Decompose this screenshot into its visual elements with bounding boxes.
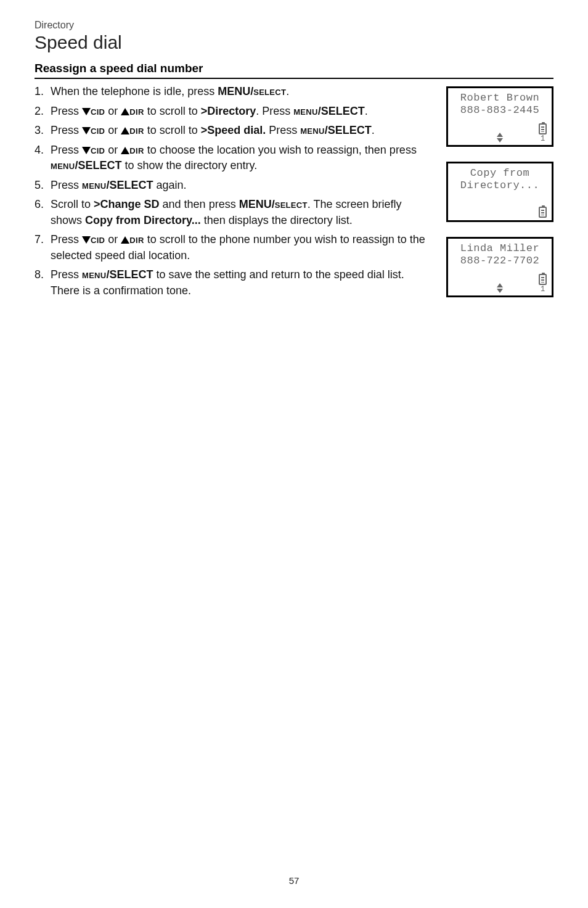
step-3-dot: .	[372, 124, 375, 136]
lcd3-line2: 888-722-7702	[453, 255, 547, 267]
step-3-or: or	[105, 124, 121, 136]
step-6-select: SELECT	[275, 198, 308, 210]
mini-down-icon	[497, 289, 503, 293]
step-3-dir: DIR	[129, 124, 144, 136]
step-6: Scroll to >Change SD and then press MENU…	[35, 197, 435, 228]
battery-icon	[539, 274, 547, 285]
step-5-menu: MENU	[82, 179, 106, 191]
step-6-copy: Copy from Directory...	[85, 214, 201, 226]
lcd3-line1: Linda Miller	[453, 242, 547, 255]
step-7-dir: DIR	[129, 233, 144, 246]
step-4-dir: DIR	[129, 144, 144, 156]
mini-down-icon	[497, 138, 503, 142]
step-8-select: /SELECT	[107, 268, 153, 281]
step-6-menu: MENU/	[239, 198, 275, 210]
step-3-target: >Speed dial.	[201, 124, 266, 136]
step-1-dot: .	[286, 85, 289, 97]
step-8-menu: MENU	[82, 268, 106, 281]
lcd1-line2: 888-883-2445	[453, 104, 547, 117]
page-number: 57	[0, 875, 588, 886]
lcd2-line2: Directory...	[453, 180, 547, 192]
down-triangle-icon	[82, 127, 91, 134]
step-2-select: /SELECT	[318, 105, 365, 117]
lcd3-updown-icon	[497, 283, 503, 293]
up-triangle-icon	[121, 236, 129, 244]
mini-up-icon	[497, 133, 503, 137]
lcd-screen-3: Linda Miller 888-722-7702 1	[446, 237, 553, 297]
step-4-or: or	[105, 144, 121, 156]
step-3-menu: MENU	[300, 124, 324, 136]
step-1-text-a: When the telephone is idle, press	[51, 85, 218, 97]
step-2: Press CID or DIR to scroll to >Directory…	[35, 104, 435, 120]
step-4-select: /SELECT	[75, 159, 121, 171]
screens-column: Robert Brown 888-883-2445 1 Copy from Di…	[446, 84, 553, 303]
up-triangle-icon	[121, 108, 129, 115]
breadcrumb: Directory	[35, 20, 553, 31]
step-2-cid: CID	[91, 105, 105, 117]
step-4: Press CID or DIR to choose the location …	[35, 142, 435, 174]
battery-icon	[539, 123, 547, 134]
steps-column: When the telephone is idle, press MENU/S…	[35, 84, 435, 303]
step-2-press: Press	[51, 105, 82, 117]
step-2-dot: .	[365, 105, 368, 117]
lcd1-index: 1	[541, 135, 545, 142]
step-6-d: then displays the directory list.	[201, 214, 353, 226]
step-6-target: >Change SD	[94, 198, 160, 210]
step-1-menu: MENU/	[218, 85, 253, 97]
step-3-press2: Press	[266, 124, 300, 136]
step-1-select: SELECT	[253, 85, 286, 97]
step-7: Press CID or DIR to scroll to the phone …	[35, 232, 435, 263]
step-2-or: or	[105, 105, 121, 117]
step-8: Press MENU/SELECT to save the setting an…	[35, 267, 435, 299]
section-title: Reassign a speed dial number	[35, 62, 553, 79]
lcd-screen-2: Copy from Directory...	[446, 162, 553, 222]
step-1: When the telephone is idle, press MENU/S…	[35, 84, 435, 100]
step-3-scroll: to scroll to	[144, 124, 201, 136]
step-3: Press CID or DIR to scroll to >Speed dia…	[35, 123, 435, 139]
step-4-press: Press	[51, 144, 82, 156]
up-triangle-icon	[121, 147, 129, 154]
step-5-press: Press	[51, 179, 82, 191]
down-triangle-icon	[82, 236, 91, 244]
step-3-cid: CID	[91, 124, 105, 136]
step-2-menu: MENU	[293, 105, 317, 117]
step-5-a: again.	[153, 179, 187, 191]
step-2-press2: . Press	[256, 105, 293, 117]
step-2-scroll: to scroll to	[144, 105, 201, 117]
step-4-cid: CID	[91, 144, 105, 156]
step-7-cid: CID	[91, 233, 105, 246]
lcd-screen-1: Robert Brown 888-883-2445 1	[446, 86, 553, 147]
step-3-select: /SELECT	[325, 124, 372, 136]
lcd2-line1: Copy from	[453, 167, 547, 180]
step-4-b: to show the directory entry.	[122, 159, 258, 171]
step-4-menu: MENU	[51, 159, 75, 171]
step-7-press: Press	[51, 233, 82, 246]
step-2-dir: DIR	[129, 105, 144, 117]
lcd1-line1: Robert Brown	[453, 92, 547, 104]
step-7-or: or	[105, 233, 121, 246]
step-8-press: Press	[51, 268, 82, 281]
up-triangle-icon	[121, 127, 129, 134]
step-5: Press MENU/SELECT again.	[35, 178, 435, 194]
step-5-select: /SELECT	[107, 179, 153, 191]
down-triangle-icon	[82, 147, 91, 154]
lcd1-updown-icon	[497, 133, 503, 142]
step-3-press: Press	[51, 124, 82, 136]
step-6-a: Scroll to	[51, 198, 94, 210]
mini-up-icon	[497, 283, 503, 287]
battery-icon	[539, 207, 547, 218]
lcd3-index: 1	[541, 286, 545, 293]
page-title: Speed dial	[35, 32, 553, 53]
step-2-target: >Directory	[201, 105, 256, 117]
step-4-a: to choose the location you wish to reass…	[144, 144, 417, 156]
down-triangle-icon	[82, 108, 91, 115]
step-6-b: and then press	[160, 198, 239, 210]
